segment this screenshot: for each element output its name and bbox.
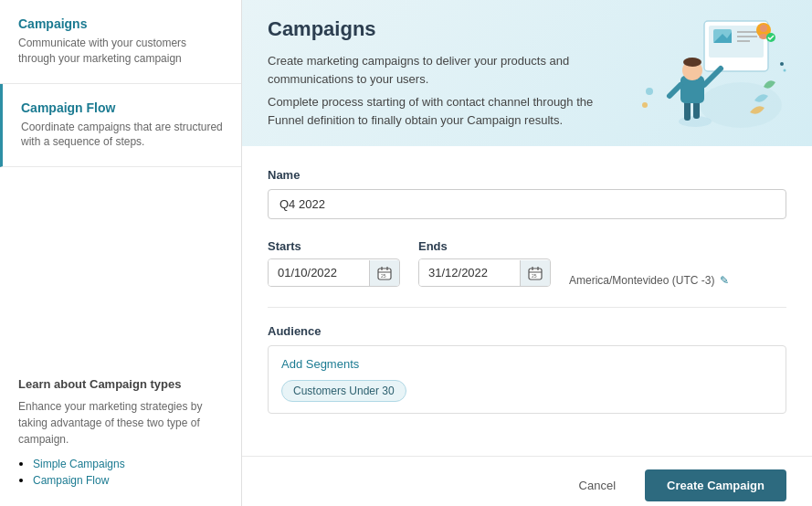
timezone-text: America/Montevideo (UTC -3) bbox=[569, 274, 714, 287]
svg-point-17 bbox=[683, 58, 701, 67]
audience-label: Audience bbox=[268, 324, 786, 338]
sidebar-learn-links: Simple Campaigns Campaign Flow bbox=[18, 457, 223, 487]
svg-point-20 bbox=[646, 88, 653, 95]
page-title: Campaigns bbox=[268, 17, 622, 41]
header-banner: Campaigns Create marketing campaigns to … bbox=[242, 0, 812, 146]
starts-label: Starts bbox=[268, 239, 400, 253]
create-campaign-button[interactable]: Create Campaign bbox=[645, 469, 786, 501]
calendar-icon: 25 bbox=[377, 266, 392, 280]
add-segments-button[interactable]: Add Segments bbox=[281, 357, 359, 371]
svg-point-23 bbox=[784, 69, 786, 72]
audience-box: Add Segments Customers Under 30 bbox=[268, 345, 786, 414]
ends-group: Ends 25 bbox=[418, 239, 551, 287]
dates-row: Starts 25 Ends bbox=[268, 239, 786, 287]
ends-input-wrap: 25 bbox=[418, 258, 551, 287]
sidebar-item-campaigns[interactable]: Campaigns Communicate with your customer… bbox=[0, 0, 241, 84]
sidebar: Campaigns Communicate with your customer… bbox=[0, 0, 242, 506]
svg-rect-13 bbox=[684, 100, 691, 121]
sidebar-link-campaign-flow[interactable]: Campaign Flow bbox=[33, 474, 109, 487]
main-content: Campaigns Create marketing campaigns to … bbox=[242, 0, 812, 506]
starts-group: Starts 25 bbox=[268, 239, 400, 287]
svg-line-19 bbox=[670, 85, 680, 96]
name-input[interactable] bbox=[268, 189, 786, 219]
svg-text:25: 25 bbox=[381, 273, 386, 279]
sidebar-learn-desc: Enhance your marketing strategies by tak… bbox=[18, 398, 223, 448]
ends-calendar-btn[interactable]: 25 bbox=[520, 260, 550, 286]
sidebar-learn-section: Learn about Campaign types Enhance your … bbox=[0, 361, 241, 506]
svg-point-22 bbox=[780, 62, 784, 66]
starts-input-wrap: 25 bbox=[268, 258, 400, 287]
sidebar-campaigns-desc: Communicate with your customers through … bbox=[18, 36, 223, 67]
starts-calendar-btn[interactable]: 25 bbox=[369, 260, 399, 286]
svg-point-0 bbox=[700, 82, 782, 128]
svg-point-21 bbox=[642, 102, 648, 108]
timezone-edit-icon[interactable]: ✎ bbox=[720, 274, 729, 287]
ends-input[interactable] bbox=[419, 259, 520, 286]
svg-point-9 bbox=[760, 25, 767, 32]
starts-input[interactable] bbox=[269, 259, 369, 286]
header-illustration bbox=[622, 14, 786, 132]
sidebar-campaigns-title: Campaigns bbox=[18, 16, 223, 31]
sidebar-learn-title: Learn about Campaign types bbox=[18, 377, 223, 391]
sidebar-flow-desc: Coordinate campaigns that are structured… bbox=[21, 120, 223, 151]
name-form-group: Name bbox=[268, 168, 786, 219]
calendar-icon: 25 bbox=[528, 266, 543, 280]
header-desc-1: Create marketing campaigns to deliver yo… bbox=[268, 52, 622, 88]
segment-tag[interactable]: Customers Under 30 bbox=[281, 380, 406, 402]
header-desc-2: Complete process starting of with contac… bbox=[268, 93, 622, 129]
svg-text:25: 25 bbox=[532, 273, 537, 279]
sidebar-item-campaign-flow[interactable]: Campaign Flow Coordinate campaigns that … bbox=[0, 84, 241, 168]
header-text: Campaigns Create marketing campaigns to … bbox=[268, 17, 622, 129]
footer: Cancel Create Campaign bbox=[242, 456, 812, 506]
sidebar-link-simple-campaigns[interactable]: Simple Campaigns bbox=[33, 458, 125, 470]
name-label: Name bbox=[268, 168, 786, 182]
audience-form-group: Audience Add Segments Customers Under 30 bbox=[268, 324, 786, 414]
ends-label: Ends bbox=[418, 239, 551, 253]
sidebar-flow-title: Campaign Flow bbox=[21, 100, 223, 115]
divider bbox=[268, 307, 786, 308]
timezone-info: America/Montevideo (UTC -3) ✎ bbox=[569, 274, 729, 287]
form-area: Name Starts 25 bbox=[242, 146, 812, 456]
cancel-button[interactable]: Cancel bbox=[564, 471, 630, 500]
